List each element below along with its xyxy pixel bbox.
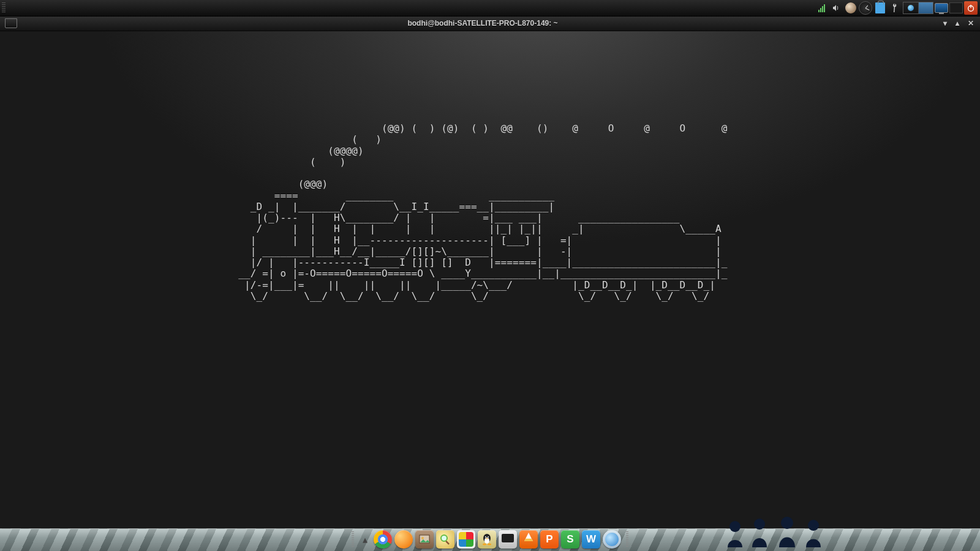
- user-avatar-icon[interactable]: [844, 1, 858, 15]
- dock-app-wps-writer[interactable]: W: [582, 530, 600, 549]
- workspace-2-active[interactable]: [919, 2, 933, 13]
- clock-icon[interactable]: [859, 1, 872, 15]
- maximize-button[interactable]: ▴: [956, 20, 959, 27]
- sl-ascii-art: (@@) ( ) (@) ( ) @@ () @ O @ O @ ( ) (@@…: [0, 123, 727, 302]
- svg-point-7: [421, 537, 424, 539]
- dock-app-supertux[interactable]: [478, 530, 496, 549]
- top-panel: [0, 0, 980, 17]
- window-controls: ▾ ▴ ✕: [943, 20, 974, 27]
- settings-wrench-icon[interactable]: [886, 0, 905, 17]
- svg-point-14: [483, 543, 486, 545]
- window-title: bodhi@bodhi-SATELLITE-PRO-L870-149: ~: [22, 19, 943, 28]
- minimize-button[interactable]: ▾: [943, 20, 947, 27]
- dock-app-system-monitor[interactable]: [499, 530, 517, 549]
- network-icon[interactable]: [815, 1, 828, 15]
- dock-app-chrome[interactable]: [374, 530, 392, 549]
- dock-app-wine[interactable]: [457, 530, 475, 549]
- terminal-window: bodhi@bodhi-SATELLITE-PRO-L870-149: ~ ▾ …: [0, 16, 980, 551]
- svg-point-12: [485, 536, 486, 538]
- svg-rect-1: [970, 5, 971, 8]
- window-titlebar[interactable]: bodhi@bodhi-SATELLITE-PRO-L870-149: ~ ▾ …: [0, 16, 980, 31]
- system-tray: [815, 1, 978, 15]
- clipboard-icon[interactable]: [873, 1, 887, 15]
- svg-point-15: [488, 543, 491, 545]
- dock-app-search[interactable]: [436, 530, 454, 549]
- terminal-app-icon: [5, 18, 17, 28]
- tray-blank: [949, 1, 963, 15]
- svg-point-13: [488, 536, 489, 538]
- dock-app-wps-spreadsheet[interactable]: S: [561, 530, 579, 549]
- display-icon[interactable]: [935, 1, 948, 15]
- dock-app-browser[interactable]: [603, 530, 621, 549]
- dock-grip-left-icon[interactable]: [352, 531, 354, 547]
- dock-app-wps-presentation[interactable]: P: [540, 530, 559, 549]
- terminal-body[interactable]: (@@) ( ) (@) ( ) @@ () @ O @ O @ ( ) (@@…: [0, 31, 980, 551]
- workspace-pager[interactable]: [903, 2, 933, 14]
- volume-icon[interactable]: [829, 1, 843, 15]
- dock-app-vlc[interactable]: [519, 530, 538, 549]
- dock-grip-right-icon[interactable]: [626, 531, 628, 547]
- panel-grip-icon[interactable]: [2, 2, 6, 13]
- dock: ▴ P S W: [349, 530, 631, 549]
- svg-point-8: [441, 535, 447, 541]
- power-button[interactable]: [964, 1, 978, 15]
- dock-app-image-viewer[interactable]: [415, 530, 434, 549]
- workspace-1[interactable]: [903, 2, 919, 13]
- close-button[interactable]: ✕: [968, 20, 974, 27]
- dock-expand-button[interactable]: ▴: [359, 533, 371, 545]
- svg-rect-9: [445, 541, 450, 545]
- dock-app-clementine[interactable]: [394, 530, 413, 549]
